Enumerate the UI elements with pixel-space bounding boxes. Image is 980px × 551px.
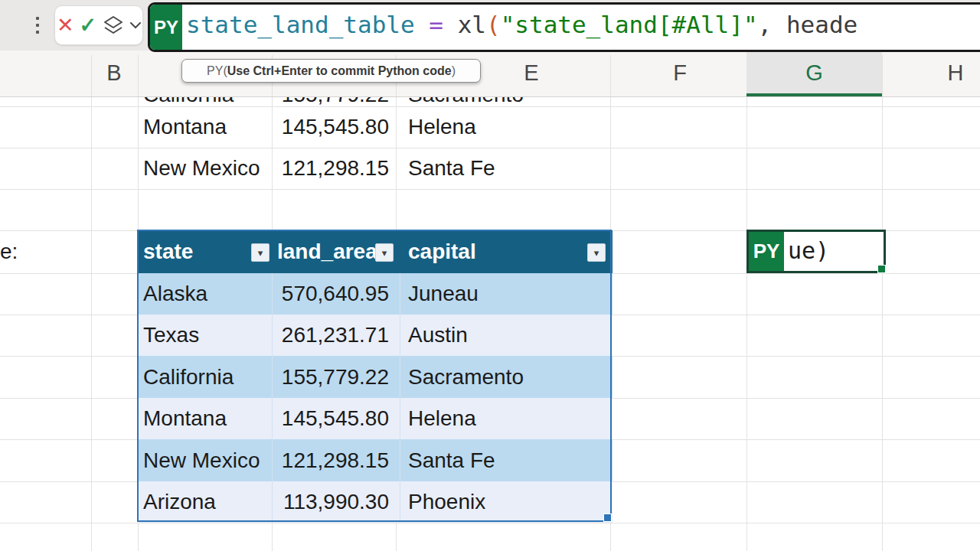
tooltip-prefix: PY( — [207, 64, 227, 78]
table-cell-state[interactable]: California — [143, 356, 234, 398]
formula-token: "state_land[#All]" — [501, 11, 758, 38]
tooltip-emphasis: Use Ctrl+Enter to commit Python code — [227, 64, 452, 78]
table-cell-state[interactable]: New Mexico — [143, 439, 260, 481]
formula-bar: ✕ ✓ PY state_land_table = xl("state_land… — [0, 0, 980, 51]
table-cell-land-area[interactable]: 261,231.71 — [272, 315, 389, 356]
column-header-row: B C D E F G H — [0, 51, 980, 97]
partial-cell-label[interactable]: e: — [0, 230, 18, 273]
spill-row[interactable]: Montana 145,545.80 Helena — [138, 106, 612, 148]
tooltip-suffix: ) — [452, 64, 456, 78]
table-cell-land-area[interactable]: 145,545.80 — [272, 398, 389, 439]
spill-cell-capital[interactable]: Santa Fe — [408, 148, 495, 189]
table-cell-state[interactable]: Montana — [143, 398, 227, 439]
formula-toolbar: ✕ ✓ — [54, 5, 143, 45]
cancel-icon[interactable]: ✕ — [57, 15, 74, 36]
spill-cell-state[interactable]: California — [143, 96, 234, 106]
table-row[interactable]: New Mexico 121,298.15 Santa Fe — [138, 439, 612, 481]
table-column-separator — [272, 273, 273, 523]
table-header-row: state land_area capital ▾ ▾ ▾ — [138, 230, 612, 273]
column-header-g-selected[interactable]: G — [746, 51, 882, 96]
edit-cell-text[interactable]: ue) — [784, 232, 829, 271]
table-row[interactable]: Alaska 570,640.95 Juneau — [138, 273, 612, 315]
table-row[interactable]: California 155,779.22 Sacramento — [138, 356, 612, 398]
drag-handle-icon[interactable] — [36, 17, 39, 34]
table-column-separator — [400, 273, 400, 523]
spill-cell-capital[interactable]: Helena — [408, 106, 476, 148]
table-cell-capital[interactable]: Austin — [408, 315, 468, 356]
layers-icon[interactable] — [102, 14, 125, 37]
filter-dropdown-icon[interactable]: ▾ — [251, 243, 270, 262]
formula-text[interactable]: state_land_table = xl("state_land[#All]"… — [182, 5, 858, 50]
formula-token: ( — [486, 11, 501, 38]
gridline-v — [746, 96, 747, 551]
table-cell-capital[interactable]: Juneau — [408, 273, 479, 315]
python-commit-tooltip: PY(Use Ctrl+Enter to commit Python code) — [181, 59, 481, 83]
formula-token: xl — [443, 11, 486, 38]
selected-column-underline — [746, 93, 882, 96]
spill-row[interactable]: New Mexico 121,298.15 Santa Fe — [138, 148, 612, 189]
header-separator — [138, 55, 139, 96]
table-row[interactable]: Arizona 113,990.30 Phoenix — [138, 481, 612, 523]
table-cell-capital[interactable]: Santa Fe — [408, 439, 495, 481]
spill-row-clipped[interactable]: California 155,779.22 Sacramento — [138, 96, 612, 106]
header-separator — [610, 55, 611, 96]
table-cell-capital[interactable]: Helena — [408, 398, 476, 439]
table-cell-land-area[interactable]: 155,779.22 — [272, 356, 389, 398]
spill-cell-capital[interactable]: Sacramento — [408, 96, 524, 106]
table-cell-land-area[interactable]: 113,990.30 — [272, 481, 389, 523]
gridline-h — [0, 523, 980, 523]
table-cell-capital[interactable]: Sacramento — [408, 356, 524, 398]
filter-dropdown-icon[interactable]: ▾ — [587, 243, 606, 262]
spill-cell-land-area[interactable]: 145,545.80 — [272, 106, 389, 148]
table-header-state[interactable]: state — [143, 230, 193, 273]
formula-token — [415, 11, 430, 38]
fill-handle[interactable] — [877, 265, 886, 273]
table-cell-state[interactable]: Alaska — [143, 273, 207, 315]
gridline-v — [882, 96, 883, 551]
active-edit-cell[interactable]: PY ue) — [746, 230, 886, 273]
python-badge: PY — [749, 232, 784, 271]
chevron-down-icon[interactable] — [130, 22, 141, 29]
table-row[interactable]: Texas 261,231.71 Austin — [138, 315, 612, 356]
spill-cell-land-area[interactable]: 155,779.22 — [272, 96, 389, 106]
table-cell-land-area[interactable]: 570,640.95 — [272, 273, 389, 315]
column-header-h[interactable]: H — [948, 51, 964, 96]
range-resize-handle[interactable] — [603, 514, 612, 522]
confirm-icon[interactable]: ✓ — [80, 15, 97, 36]
gridline-v — [91, 96, 92, 551]
table-cell-state[interactable]: Texas — [143, 315, 199, 356]
table-cell-land-area[interactable]: 121,298.15 — [272, 439, 389, 481]
spill-cell-state[interactable]: New Mexico — [143, 148, 260, 189]
header-separator — [91, 55, 92, 96]
gridline-h — [0, 189, 980, 190]
python-badge: PY — [150, 5, 182, 50]
table-header-capital[interactable]: capital — [408, 230, 476, 273]
column-header-e[interactable]: E — [524, 51, 538, 96]
column-header-f[interactable]: F — [673, 51, 687, 96]
formula-input[interactable]: PY state_land_table = xl("state_land[#Al… — [148, 2, 980, 52]
formula-token: state_land_table — [186, 11, 415, 38]
table-cell-capital[interactable]: Phoenix — [408, 481, 485, 523]
filter-dropdown-icon[interactable]: ▾ — [375, 243, 394, 262]
spill-cell-land-area[interactable]: 121,298.15 — [272, 148, 389, 189]
table-header-land-area[interactable]: land_area — [277, 230, 377, 273]
header-separator — [882, 55, 883, 96]
spill-cell-state[interactable]: Montana — [143, 106, 227, 148]
formula-token: , heade — [758, 11, 858, 38]
formula-token: = — [429, 11, 443, 38]
table-row[interactable]: Montana 145,545.80 Helena — [138, 398, 612, 439]
column-header-b[interactable]: B — [106, 51, 121, 96]
table-cell-state[interactable]: Arizona — [143, 481, 216, 523]
column-header-g[interactable]: G — [805, 51, 823, 96]
